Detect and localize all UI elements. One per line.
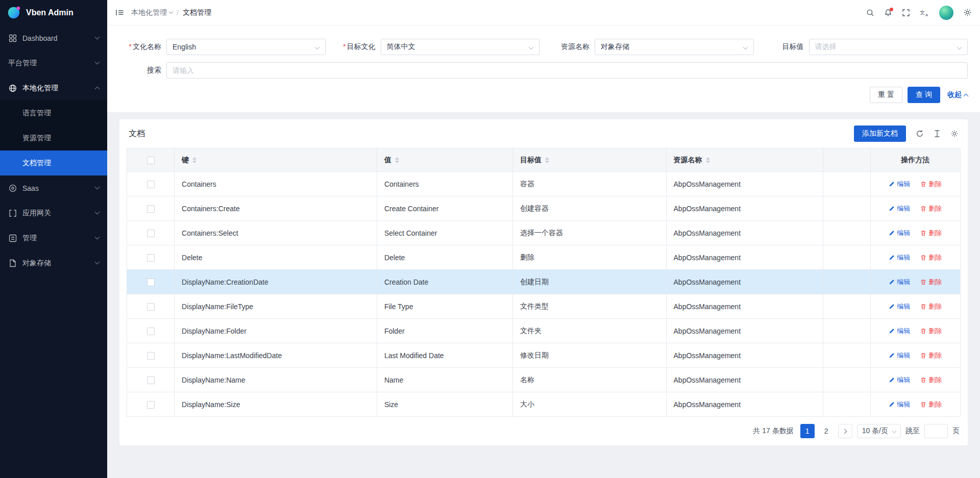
row-checkbox[interactable] <box>147 230 155 237</box>
sidebar-item-object-storage[interactable]: 对象存储 <box>0 250 107 275</box>
translate-icon[interactable]: 文A <box>920 9 929 17</box>
edit-button[interactable]: 编辑 <box>889 326 910 336</box>
row-height-icon[interactable] <box>934 130 941 138</box>
fullscreen-icon[interactable] <box>902 9 910 17</box>
cell-actions: 编辑 删除 <box>870 221 960 245</box>
breadcrumb: 本地化管理 / 文档管理 <box>131 8 211 17</box>
delete-button[interactable]: 删除 <box>920 180 942 189</box>
sidebar-item-document-management[interactable]: 文档管理 <box>0 150 107 175</box>
query-button[interactable]: 查 询 <box>908 87 940 103</box>
table-row[interactable]: Containers:Select Select Container 选择一个容… <box>127 221 961 245</box>
page-button-1[interactable]: 1 <box>800 424 815 438</box>
edit-button[interactable]: 编辑 <box>889 351 910 360</box>
table-row[interactable]: DisplayName:Folder Folder 文件夹 AbpOssMana… <box>127 319 961 343</box>
edit-button[interactable]: 编辑 <box>889 180 910 189</box>
row-checkbox[interactable] <box>147 181 155 188</box>
breadcrumb-parent[interactable]: 本地化管理 <box>131 8 173 17</box>
edit-button[interactable]: 编辑 <box>889 229 910 238</box>
cell-target-value: 大小 <box>513 392 666 417</box>
sort-icons[interactable] <box>706 157 710 163</box>
edit-button[interactable]: 编辑 <box>889 375 910 385</box>
resource-name-select[interactable]: 对象存储 <box>595 39 754 55</box>
refresh-icon[interactable] <box>916 130 924 138</box>
documents-card: 文档 添加新文档 <box>119 119 968 445</box>
localization-submenu: 语言管理 资源管理 文档管理 <box>0 100 107 175</box>
sidebar-menu: Dashboard 平台管理 本地化管理 语言管理 资源管理 <box>0 26 107 478</box>
cell-resource-name: AbpOssManagement <box>666 368 823 392</box>
table-row[interactable]: DisplayName:FileType File Type 文件类型 AbpO… <box>127 294 961 319</box>
menu-fold-icon[interactable] <box>115 9 124 16</box>
sidebar-item-management[interactable]: 管理 <box>0 225 107 250</box>
edit-button[interactable]: 编辑 <box>889 204 910 213</box>
row-checkbox[interactable] <box>147 303 155 311</box>
delete-button[interactable]: 删除 <box>920 253 942 262</box>
search-icon[interactable] <box>866 9 874 17</box>
row-checkbox[interactable] <box>147 352 155 360</box>
delete-button[interactable]: 删除 <box>920 229 942 238</box>
row-checkbox[interactable] <box>147 401 155 409</box>
delete-button[interactable]: 删除 <box>920 326 942 336</box>
sidebar-item-platform[interactable]: 平台管理 <box>0 51 107 76</box>
jump-page-input[interactable] <box>924 424 948 438</box>
row-checkbox[interactable] <box>147 254 155 262</box>
row-checkbox[interactable] <box>147 376 155 384</box>
delete-button[interactable]: 删除 <box>920 375 942 385</box>
culture-name-select[interactable]: English <box>166 39 326 55</box>
target-value-select[interactable]: 请选择 <box>809 39 968 55</box>
row-checkbox[interactable] <box>147 279 155 286</box>
delete-button[interactable]: 删除 <box>920 351 942 360</box>
sidebar-item-localization[interactable]: 本地化管理 <box>0 76 107 100</box>
table-row[interactable]: Delete Delete 删除 AbpOssManagement 编辑 删除 <box>127 245 961 270</box>
sidebar-item-saas[interactable]: Saas <box>0 175 107 200</box>
delete-button[interactable]: 删除 <box>920 204 942 213</box>
table-row[interactable]: DisplayName:Name Name 名称 AbpOssManagemen… <box>127 368 961 392</box>
sort-icons[interactable] <box>545 157 549 163</box>
select-all-checkbox[interactable] <box>147 157 155 164</box>
table-row[interactable]: DisplayName:LastModifiedDate Last Modifi… <box>127 343 961 368</box>
sidebar-item-gateway[interactable]: 应用网关 <box>0 200 107 225</box>
reset-button[interactable]: 重 置 <box>870 87 902 103</box>
column-header-spacer <box>823 148 870 172</box>
sidebar-item-language-management[interactable]: 语言管理 <box>0 100 107 125</box>
sort-icons[interactable] <box>395 157 399 163</box>
page-button-2[interactable]: 2 <box>819 424 834 438</box>
table-row[interactable]: DisplayName:CreationDate Creation Date 创… <box>127 270 961 294</box>
edit-button[interactable]: 编辑 <box>889 400 910 409</box>
row-checkbox[interactable] <box>147 328 155 335</box>
table-row[interactable]: Containers Containers 容器 AbpOssManagemen… <box>127 172 961 196</box>
manage-icon <box>8 234 17 243</box>
edit-button[interactable]: 编辑 <box>889 302 910 311</box>
page-size-select[interactable]: 10 条/页 <box>857 424 901 438</box>
sidebar-item-dashboard[interactable]: Dashboard <box>0 26 107 51</box>
add-document-button[interactable]: 添加新文档 <box>854 125 906 142</box>
collapse-link[interactable]: 收起 <box>947 90 968 99</box>
chevron-down-icon <box>95 235 100 240</box>
trash-icon <box>920 181 926 187</box>
chevron-down-icon <box>95 210 100 215</box>
cell-actions: 编辑 删除 <box>870 245 960 270</box>
cell-target-value: 名称 <box>513 368 666 392</box>
app-logo[interactable]: Vben Admin <box>0 0 107 26</box>
next-page-button[interactable] <box>838 424 852 438</box>
notification-bell-icon[interactable] <box>884 9 892 17</box>
search-input[interactable] <box>166 62 968 79</box>
trash-icon <box>920 401 926 408</box>
delete-button[interactable]: 删除 <box>920 302 942 311</box>
cell-spacer <box>823 368 870 392</box>
table-row[interactable]: Containers:Create Create Container 创建容器 … <box>127 196 961 221</box>
edit-button[interactable]: 编辑 <box>889 278 910 287</box>
delete-button[interactable]: 删除 <box>920 278 942 287</box>
delete-button[interactable]: 删除 <box>920 400 942 409</box>
pencil-icon <box>889 206 895 212</box>
cell-value: Containers <box>377 172 512 196</box>
edit-button[interactable]: 编辑 <box>889 253 910 262</box>
sort-icons[interactable] <box>192 157 197 163</box>
row-checkbox[interactable] <box>147 205 155 213</box>
sidebar-item-resource-management[interactable]: 资源管理 <box>0 125 107 150</box>
target-culture-select[interactable]: 简体中文 <box>381 39 540 55</box>
user-avatar[interactable] <box>939 6 953 20</box>
table-settings-icon[interactable] <box>950 130 959 138</box>
cell-value: Last Modified Date <box>377 343 512 368</box>
settings-gear-icon[interactable] <box>963 8 972 17</box>
table-row[interactable]: DisplayName:Size Size 大小 AbpOssManagemen… <box>127 392 961 417</box>
